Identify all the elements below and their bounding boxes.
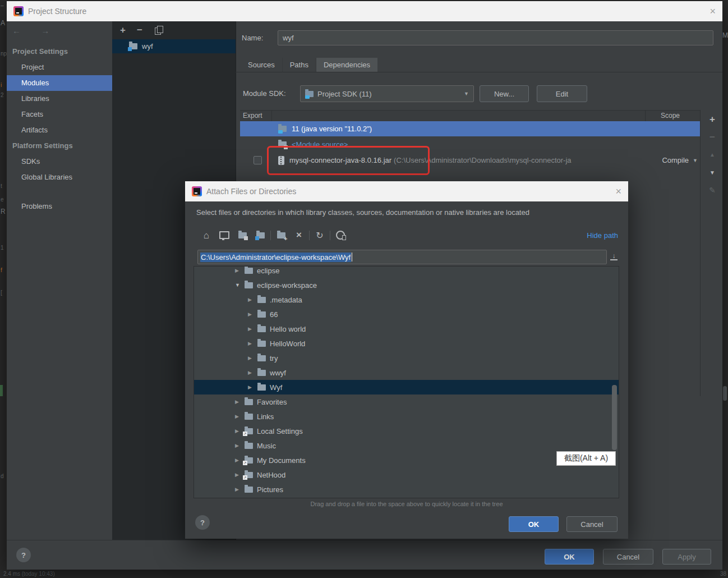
tree-label: NetHood [257,471,285,479]
tree-label: Music [257,442,276,450]
column-divider [271,111,272,122]
sidebar-item-problems[interactable]: Problems [7,199,112,214]
text-caret [352,253,352,262]
editor-text-fragment: 1 [1,245,4,251]
folder-icon [257,311,266,318]
sidebar-item-global-libraries[interactable]: Global Libraries [7,169,112,185]
tree-scrollbar[interactable] [612,385,617,450]
tree-label: eclipse [257,267,279,275]
sidebar-item-facets[interactable]: Facets [7,107,112,122]
tree-row[interactable]: try [194,351,619,365]
add-module-icon[interactable] [120,25,126,36]
sidebar-item-modules[interactable]: Modules [7,75,112,91]
chevron-right-icon[interactable] [248,326,257,332]
back-arrow-icon[interactable] [12,26,30,35]
new-sdk-button[interactable]: New... [480,85,529,102]
chevron-right-icon[interactable] [235,399,245,405]
module-sdk-label: Module SDK: [243,85,286,102]
help-button[interactable] [195,515,210,530]
copy-module-icon[interactable] [155,27,160,34]
move-up-icon[interactable] [702,150,722,162]
close-icon[interactable] [709,6,716,16]
chevron-right-icon[interactable] [235,268,245,273]
chevron-right-icon[interactable] [235,487,245,492]
forward-arrow-icon[interactable] [41,26,58,35]
tree-row[interactable]: eclipse [194,266,619,278]
refresh-icon[interactable] [316,230,323,241]
chevron-right-icon[interactable] [235,443,245,448]
delete-icon[interactable] [296,230,302,241]
tree-label: Links [257,412,274,421]
sidebar-item-sdks[interactable]: SDKs [7,154,112,169]
name-input[interactable] [278,30,713,45]
show-hidden-files-icon[interactable] [336,231,345,240]
dependency-label: 11 (java version "11.0.2") [292,125,372,133]
editor-text-fragment: t [1,183,2,189]
scope-select[interactable]: Compile [662,156,698,164]
remove-dependency-icon[interactable] [702,132,722,144]
tree-label: Wyf [270,383,282,392]
sdk-folder-icon [305,91,314,97]
sidebar-item-libraries[interactable]: Libraries [7,91,112,107]
tree-row[interactable]: Links [194,409,619,424]
sdk-folder-icon [278,126,287,132]
editor-text-fragment: i [1,82,2,88]
module-sdk-select[interactable]: Project SDK (11) [300,85,474,102]
chevron-right-icon[interactable] [248,355,257,361]
tree-row[interactable]: Favorites [194,394,619,409]
export-checkbox[interactable] [254,156,262,164]
hide-path-link[interactable]: Hide path [587,231,618,240]
chevron-right-icon[interactable] [248,297,257,302]
chevron-right-icon[interactable] [248,384,257,390]
tab-paths[interactable]: Paths [283,58,316,72]
tree-row[interactable]: Local Settings [194,424,619,438]
tree-row[interactable]: 66 [194,307,619,322]
tree-row[interactable]: My Documents [194,453,619,467]
tree-row[interactable]: Music [194,438,619,453]
tree-row[interactable]: .metadata [194,292,619,307]
editor-text-fragment: np [1,51,7,57]
help-button[interactable] [16,548,31,562]
remove-module-icon[interactable] [137,25,142,36]
sidebar-item-artifacts[interactable]: Artifacts [7,122,112,138]
tree-label: 66 [270,310,278,319]
close-icon[interactable] [615,186,621,196]
module-list-item[interactable]: wyf [112,39,236,53]
edit-sdk-button[interactable]: Edit [537,85,587,102]
home-icon[interactable] [204,231,209,240]
cancel-button[interactable]: Cancel [603,549,653,565]
move-down-icon[interactable] [702,168,722,180]
tree-row[interactable]: NetHood [194,467,619,482]
module-directory-icon[interactable] [256,232,265,238]
tab-dependencies[interactable]: Dependencies [316,58,377,72]
tree-row[interactable]: Hello world [194,322,619,336]
tree-row[interactable]: eclipse-workspace [194,278,619,292]
ok-button[interactable]: OK [509,516,559,532]
tree-row[interactable]: HelloWorld [194,336,619,351]
chevron-right-icon[interactable] [248,370,257,375]
tree-row[interactable]: Pictures [194,482,619,497]
chevron-right-icon[interactable] [248,311,257,317]
tree-label: My Documents [257,456,306,465]
desktop-icon[interactable] [219,231,229,239]
drag-drop-hint: Drag and drop a file into the space abov… [185,501,628,507]
apply-button[interactable]: Apply [662,549,711,565]
folder-icon [245,443,253,449]
add-dependency-icon[interactable] [702,114,722,126]
edit-dependency-icon[interactable] [702,186,722,198]
new-folder-icon[interactable] [277,232,285,238]
tab-sources[interactable]: Sources [241,58,283,72]
drag-drop-target-icon[interactable] [610,253,618,260]
path-input[interactable]: C:\Users\Administrator\eclipse-workspace… [197,250,607,264]
chevron-right-icon[interactable] [248,341,257,346]
column-divider [645,111,646,122]
dependency-row-sdk[interactable]: 11 (java version "11.0.2") [240,121,700,136]
tree-row-selected[interactable]: Wyf [194,380,619,394]
project-directory-icon[interactable] [238,232,247,238]
tree-row[interactable]: wwyf [194,365,619,380]
chevron-down-icon[interactable] [235,282,245,288]
sidebar-item-project[interactable]: Project [7,59,112,75]
ok-button[interactable]: OK [545,549,594,565]
chevron-right-icon[interactable] [235,414,245,419]
cancel-button[interactable]: Cancel [566,516,618,532]
